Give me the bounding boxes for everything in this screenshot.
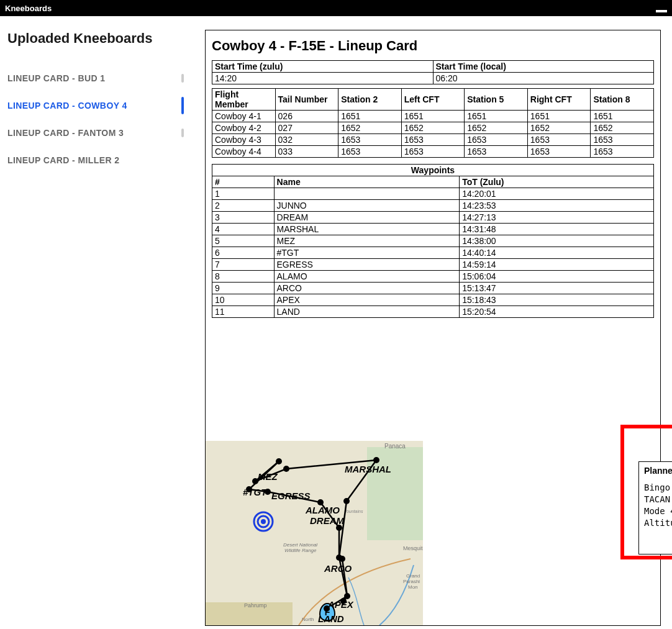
- table-header: Flight Member: [212, 89, 276, 111]
- table-cell: 032: [275, 134, 338, 146]
- start-local-value: 06:20: [433, 73, 654, 84]
- svg-point-16: [276, 458, 282, 464]
- table-row: 9ARCO15:13:47: [212, 283, 654, 294]
- table-row: Cowboy 4-202716521652165216521652: [212, 122, 654, 134]
- table-row: 6#TGT14:40:14: [212, 247, 654, 259]
- table-cell: 033: [275, 146, 338, 158]
- top-bar: Kneeboards: [0, 0, 672, 16]
- table-cell: 1653: [591, 134, 654, 146]
- table-header: Station 8: [591, 89, 654, 111]
- map-label-arco: ARCO: [324, 563, 352, 574]
- svg-point-21: [373, 457, 379, 463]
- table-cell: MARSHAL: [274, 224, 460, 235]
- sidebar-item-label: LINEUP CARD - MILLER 2: [7, 155, 119, 165]
- note-line: Mode 4 Code 1112: [644, 505, 672, 517]
- sidebar-item-label: LINEUP CARD - COWBOY 4: [7, 101, 127, 111]
- table-cell: 15:18:43: [460, 294, 654, 306]
- minimize-icon[interactable]: [656, 10, 667, 12]
- table-cell: MEZ: [274, 235, 460, 247]
- table-cell: 1653: [401, 146, 465, 158]
- lineup-card: Cowboy 4 - F-15E - Lineup Card Start Tim…: [205, 30, 661, 626]
- flight-members-table: Flight MemberTail NumberStation 2Left CF…: [212, 88, 654, 158]
- table-cell: 14:27:13: [460, 212, 654, 224]
- sidebar-heading: Uploaded Kneeboards: [7, 30, 188, 47]
- table-cell: Cowboy 4-2: [212, 122, 276, 134]
- sidebar-item[interactable]: LINEUP CARD - BUD 1: [7, 65, 188, 92]
- table-cell: 027: [275, 122, 338, 134]
- map-label-tgt: #TGT: [243, 487, 266, 497]
- table-header: Tail Number: [275, 89, 338, 111]
- table-cell: 026: [275, 111, 338, 122]
- map-label-dream: DREAM: [310, 515, 344, 526]
- table-row: 10APEX15:18:43: [212, 294, 654, 306]
- table-row: 11LAND15:20:54: [212, 306, 654, 318]
- table-cell: 1651: [591, 111, 654, 122]
- table-cell: ARCO: [274, 283, 460, 294]
- table-header: Name: [274, 176, 460, 188]
- table-cell: JUNNO: [274, 200, 460, 212]
- table-cell: 14:23:53: [460, 200, 654, 212]
- table-cell: 1653: [338, 146, 402, 158]
- table-row: Cowboy 4-102616511651165116511651: [212, 111, 654, 122]
- table-cell: APEX: [274, 294, 460, 306]
- route-map: Panaca Mesquite Grand Parashi Mon Desert…: [206, 441, 423, 625]
- table-cell: 8: [212, 271, 275, 283]
- table-cell: ALAMO: [274, 271, 460, 283]
- table-cell: 14:31:48: [460, 224, 654, 235]
- table-row: 5MEZ14:38:00: [212, 235, 654, 247]
- note-line: TACAN 69X: [644, 494, 672, 505]
- table-cell: 1651: [465, 111, 528, 122]
- sidebar-item[interactable]: LINEUP CARD - COWBOY 4: [7, 92, 188, 119]
- table-row: 2JUNNO14:23:53: [212, 200, 654, 212]
- sidebar: Uploaded Kneeboards LINEUP CARD - BUD 1L…: [7, 30, 188, 626]
- note-line: Bingo: 6000: [644, 482, 672, 494]
- sidebar-item-label: LINEUP CARD - FANTOM 3: [7, 128, 124, 138]
- table-cell: Cowboy 4-4: [212, 146, 276, 158]
- planner-notes: Planner Notes: Bingo: 6000TACAN 69XMode …: [638, 461, 672, 554]
- sidebar-item[interactable]: LINEUP CARD - FANTOM 3: [7, 119, 188, 147]
- table-cell: 1653: [465, 134, 528, 146]
- table-row: Cowboy 4-303216531653165316531653: [212, 134, 654, 146]
- table-header: #: [212, 176, 275, 188]
- table-cell: 7: [212, 259, 275, 271]
- table-cell: 11: [212, 306, 275, 318]
- table-row: 4MARSHAL14:31:48: [212, 224, 654, 235]
- table-cell: 15:20:54: [460, 306, 654, 318]
- table-cell: 14:40:14: [460, 247, 654, 259]
- waypoints-title: Waypoints: [212, 165, 654, 176]
- table-cell: 1: [212, 188, 275, 200]
- start-zulu-value: 14:20: [212, 73, 434, 84]
- table-cell: 1652: [338, 122, 402, 134]
- table-row: 3DREAM14:27:13: [212, 212, 654, 224]
- table-cell: 1653: [338, 134, 402, 146]
- table-header: Station 5: [465, 89, 528, 111]
- table-cell: 15:13:47: [460, 283, 654, 294]
- table-cell: EGRESS: [274, 259, 460, 271]
- table-cell: [274, 188, 460, 200]
- map-label-land: LAND: [318, 613, 344, 624]
- svg-point-24: [343, 498, 350, 504]
- table-cell: 1653: [527, 146, 591, 158]
- table-cell: 14:20:01: [460, 188, 654, 200]
- sidebar-item[interactable]: LINEUP CARD - MILLER 2: [7, 147, 188, 174]
- table-cell: 1652: [465, 122, 528, 134]
- table-cell: 1651: [338, 111, 402, 122]
- svg-point-20: [283, 466, 289, 472]
- table-cell: 1652: [591, 122, 654, 134]
- table-cell: 14:59:14: [460, 259, 654, 271]
- table-cell: #TGT: [274, 247, 460, 259]
- table-cell: LAND: [274, 306, 460, 318]
- table-cell: 4: [212, 224, 275, 235]
- sidebar-item-label: LINEUP CARD - BUD 1: [7, 73, 105, 83]
- table-header: Station 2: [338, 89, 402, 111]
- start-local-header: Start Time (local): [433, 61, 654, 73]
- table-cell: 10: [212, 294, 275, 306]
- table-cell: 1653: [401, 134, 465, 146]
- start-time-table: Start Time (zulu) Start Time (local) 14:…: [212, 60, 654, 84]
- table-cell: 1653: [465, 146, 528, 158]
- note-line: Altitude block 25k ft: [644, 517, 672, 529]
- table-header: ToT (Zulu): [460, 176, 654, 188]
- table-cell: DREAM: [274, 212, 460, 224]
- table-row: 114:20:01: [212, 188, 654, 200]
- table-cell: 1651: [401, 111, 465, 122]
